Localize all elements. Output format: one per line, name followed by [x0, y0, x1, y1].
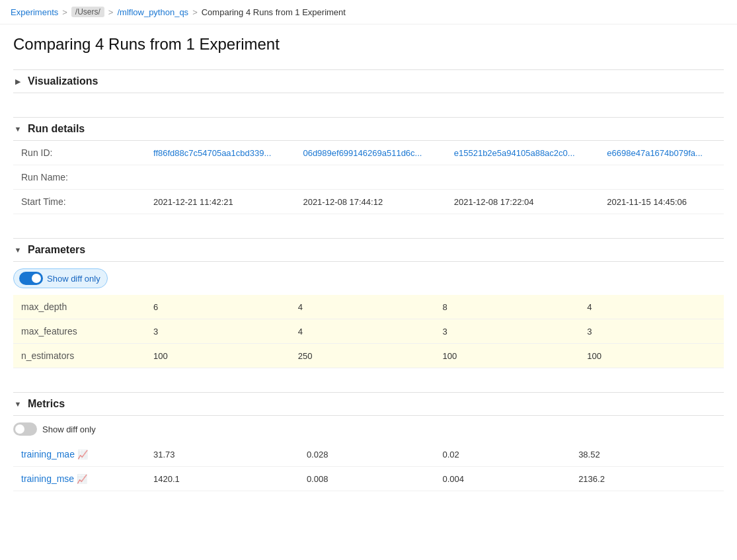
param-value-max-features-1: 3 — [145, 319, 290, 344]
parameters-show-diff-toggle[interactable]: Show diff only — [13, 268, 108, 288]
metric-label-training-mae: training_mae 📈 — [13, 442, 145, 467]
metric-label-training-mse: training_mse 📈 — [13, 467, 145, 491]
breadcrumb-sep-1: > — [62, 7, 67, 17]
run-id-link-4[interactable]: e6698e47a1674b079fa... — [607, 148, 703, 158]
parameters-title: Parameters — [28, 244, 85, 256]
metric-value-mae-3: 0.02 — [435, 442, 571, 467]
param-value-n-estimators-1: 100 — [145, 344, 290, 368]
breadcrumb-sep-3: > — [192, 7, 198, 17]
metrics-toggle-row: Show diff only — [13, 416, 724, 442]
breadcrumb: Experiments > /Users/ > /mlflow_python_q… — [0, 0, 737, 24]
table-row: Run Name: — [13, 165, 724, 190]
metric-value-mae-2: 0.028 — [299, 442, 435, 467]
training-mse-text: training_mse — [21, 473, 74, 484]
metric-value-mse-2: 0.008 — [299, 467, 435, 491]
parameters-toggle-row: Show diff only — [13, 262, 724, 295]
run-id-link-1[interactable]: ff86fd88c7c54705aa1cbd339... — [153, 148, 271, 158]
parameters-toggle-switch[interactable] — [19, 272, 43, 285]
training-mae-chart-icon: 📈 — [77, 450, 88, 460]
start-time-label: Start Time: — [13, 190, 145, 214]
metric-value-mse-3: 0.004 — [435, 467, 571, 491]
param-value-max-features-3: 3 — [435, 319, 580, 344]
breadcrumb-user: /Users/ — [71, 7, 104, 17]
start-time-value-4: 2021-11-15 14:45:06 — [599, 190, 724, 214]
run-id-value-1: ff86fd88c7c54705aa1cbd339... — [145, 141, 295, 165]
breadcrumb-sep-2: > — [108, 7, 114, 17]
run-id-value-2: 06d989ef699146269a511d6c... — [295, 141, 446, 165]
metrics-section-header[interactable]: ▼ Metrics — [13, 392, 724, 416]
metrics-chevron: ▼ — [13, 400, 22, 408]
parameters-section-header[interactable]: ▼ Parameters — [13, 238, 724, 262]
breadcrumb-experiment-name[interactable]: /mlflow_python_qs — [117, 7, 188, 17]
param-value-n-estimators-2: 250 — [290, 344, 435, 368]
run-id-link-2[interactable]: 06d989ef699146269a511d6c... — [303, 148, 422, 158]
param-value-max-depth-3: 8 — [435, 295, 580, 319]
training-mse-chart-icon: 📈 — [77, 474, 87, 484]
metric-value-mse-4: 2136.2 — [570, 467, 724, 491]
param-value-n-estimators-4: 100 — [579, 344, 724, 368]
table-row: Start Time: 2021-12-21 11:42:21 2021-12-… — [13, 190, 724, 214]
run-id-value-4: e6698e47a1674b079fa... — [599, 141, 724, 165]
visualizations-chevron: ▶ — [13, 77, 22, 86]
run-id-link-3[interactable]: e15521b2e5a94105a88ac2c0... — [454, 148, 575, 158]
param-label-n-estimators: n_estimators — [13, 344, 145, 368]
metrics-table: training_mae 📈 31.73 0.028 0.02 38.52 tr… — [13, 442, 724, 491]
run-details-table: Run ID: ff86fd88c7c54705aa1cbd339... 06d… — [13, 141, 724, 214]
table-row: n_estimators 100 250 100 100 — [13, 344, 724, 368]
parameters-section: ▼ Parameters Show diff only max_depth 6 … — [13, 238, 724, 368]
param-value-max-features-2: 4 — [290, 319, 435, 344]
param-label-max-depth: max_depth — [13, 295, 145, 319]
run-details-section-header[interactable]: ▼ Run details — [13, 117, 724, 141]
run-details-section: ▼ Run details Run ID: ff86fd88c7c54705aa… — [13, 117, 724, 214]
metrics-title: Metrics — [28, 398, 65, 410]
param-value-max-depth-1: 6 — [145, 295, 290, 319]
metric-value-mae-1: 31.73 — [145, 442, 299, 467]
training-mae-link[interactable]: training_mae 📈 — [21, 449, 137, 460]
run-id-value-3: e15521b2e5a94105a88ac2c0... — [446, 141, 600, 165]
table-row: max_depth 6 4 8 4 — [13, 295, 724, 319]
param-label-max-features: max_features — [13, 319, 145, 344]
training-mse-link[interactable]: training_mse 📈 — [21, 473, 137, 484]
table-row: max_features 3 4 3 3 — [13, 319, 724, 344]
run-name-label: Run Name: — [13, 165, 145, 190]
page-title: Comparing 4 Runs from 1 Experiment — [13, 35, 724, 54]
run-name-value-4 — [599, 165, 724, 190]
param-value-max-depth-2: 4 — [290, 295, 435, 319]
run-name-value-1 — [145, 165, 295, 190]
param-value-max-features-4: 3 — [579, 319, 724, 344]
breadcrumb-current: Comparing 4 Runs from 1 Experiment — [202, 7, 346, 17]
training-mae-text: training_mae — [21, 449, 75, 460]
start-time-value-1: 2021-12-21 11:42:21 — [145, 190, 295, 214]
param-value-max-depth-4: 4 — [579, 295, 724, 319]
run-id-label: Run ID: — [13, 141, 145, 165]
metric-value-mse-1: 1420.1 — [145, 467, 299, 491]
metrics-show-diff-toggle[interactable] — [13, 422, 37, 436]
visualizations-title: Visualizations — [28, 75, 98, 87]
parameters-toggle-thumb — [32, 274, 41, 283]
start-time-value-3: 2021-12-08 17:22:04 — [446, 190, 600, 214]
parameters-show-diff-label: Show diff only — [47, 274, 100, 284]
metric-value-mae-4: 38.52 — [570, 442, 724, 467]
run-name-value-2 — [295, 165, 446, 190]
run-name-value-3 — [446, 165, 600, 190]
parameters-chevron: ▼ — [13, 246, 22, 254]
table-row: training_mae 📈 31.73 0.028 0.02 38.52 — [13, 442, 724, 467]
run-details-title: Run details — [28, 123, 85, 135]
metrics-section: ▼ Metrics Show diff only training_mae 📈 … — [13, 392, 724, 491]
metrics-show-diff-label: Show diff only — [42, 424, 96, 434]
breadcrumb-experiments[interactable]: Experiments — [11, 7, 58, 17]
table-row: training_mse 📈 1420.1 0.008 0.004 2136.2 — [13, 467, 724, 491]
parameters-table: max_depth 6 4 8 4 max_features 3 4 3 3 n… — [13, 295, 724, 368]
visualizations-section-header[interactable]: ▶ Visualizations — [13, 69, 724, 93]
param-value-n-estimators-3: 100 — [435, 344, 580, 368]
visualizations-section: ▶ Visualizations — [13, 69, 724, 93]
table-row: Run ID: ff86fd88c7c54705aa1cbd339... 06d… — [13, 141, 724, 165]
run-details-chevron: ▼ — [13, 125, 22, 133]
metrics-toggle-thumb — [15, 424, 24, 434]
start-time-value-2: 2021-12-08 17:44:12 — [295, 190, 446, 214]
